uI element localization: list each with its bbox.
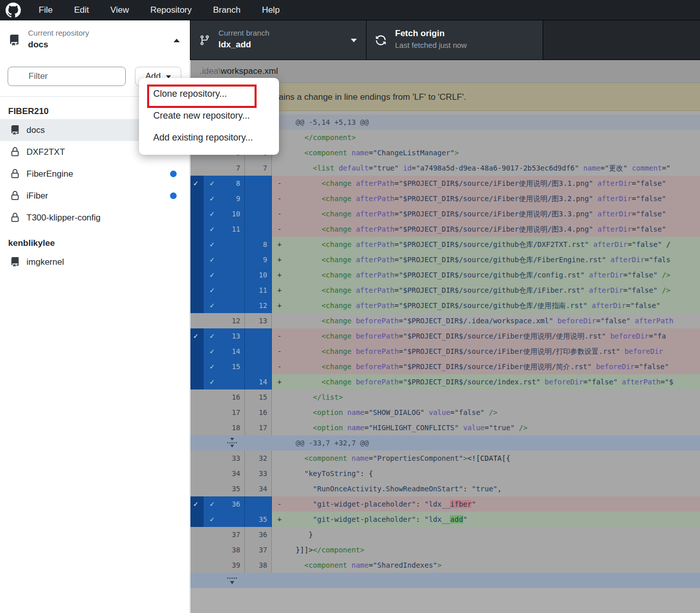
code-line: } xyxy=(287,527,700,542)
add-menu-item[interactable]: Create new repository... xyxy=(139,105,279,127)
code-line: "RunOnceActivity.ShowReadmeOnStart": "tr… xyxy=(287,481,700,496)
hunk-selection-strip[interactable]: ✓ xyxy=(190,496,204,512)
old-line-number-cell: 37 xyxy=(204,527,245,542)
line-checkbox[interactable]: ✓ xyxy=(210,221,214,237)
menu-file[interactable]: File xyxy=(28,0,63,20)
line-checkbox[interactable]: ✓ xyxy=(210,298,214,313)
line-checkbox[interactable]: ✓ xyxy=(210,206,214,221)
menu-repository[interactable]: Repository xyxy=(139,0,202,20)
code-line: <change afterPath="$PROJECT_DIR$/source/… xyxy=(287,267,700,283)
fetch-origin-button[interactable]: Fetch origin Last fetched just now xyxy=(366,20,543,60)
line-checkbox[interactable]: ✓ xyxy=(210,283,214,298)
hunk-selection-strip xyxy=(190,313,204,328)
old-line-number: 38 xyxy=(232,546,244,554)
new-line-number: 8 xyxy=(245,237,272,252)
hunk-selection-strip xyxy=(190,405,204,420)
diff-marker xyxy=(272,405,287,420)
code-line: <component name="ChangeListManager"> xyxy=(287,145,700,160)
hunk-selection-strip[interactable] xyxy=(190,221,204,237)
add-menu-item[interactable]: Clone repository... xyxy=(139,83,279,105)
menu-edit[interactable]: Edit xyxy=(63,0,99,20)
hunk-selection-strip[interactable] xyxy=(190,191,204,206)
toolbar: Current repository docs Current branch l… xyxy=(0,20,700,60)
toolbar-empty-area xyxy=(543,20,700,60)
hunk-selection-strip[interactable]: ✓ xyxy=(190,328,204,344)
hunk-selection-strip[interactable] xyxy=(190,252,204,267)
menu-branch[interactable]: Branch xyxy=(203,0,251,20)
old-line-number-cell: 38 xyxy=(204,542,245,558)
hunk-selection-strip[interactable] xyxy=(190,298,204,313)
diff-row: ✓✓8- <change afterPath="$PROJECT_DIR$/so… xyxy=(190,176,700,191)
hunk-selection-strip[interactable] xyxy=(190,283,204,298)
hunk-selection-strip xyxy=(190,420,204,435)
diff-row: ✓10- <change afterPath="$PROJECT_DIR$/so… xyxy=(190,206,700,221)
expand-down-icon[interactable] xyxy=(226,574,238,587)
diff-row: ✓12+ <change afterPath="$PROJECT_DIR$/so… xyxy=(190,298,700,313)
repo-item-label: DXF2TXT xyxy=(26,147,65,157)
lock-icon xyxy=(10,213,20,222)
repo-item-FiberEngine[interactable]: FiberEngine xyxy=(0,163,189,185)
expand-hunk-icon[interactable] xyxy=(226,437,238,449)
old-line-number-cell: 17 xyxy=(204,405,245,420)
old-line-number-cell xyxy=(204,573,245,588)
line-checkbox[interactable]: ✓ xyxy=(210,344,214,359)
line-checkbox[interactable]: ✓ xyxy=(210,191,214,206)
hunk-selection-strip[interactable] xyxy=(190,237,204,252)
diff-row: ✓11+ <change afterPath="$PROJECT_DIR$/so… xyxy=(190,283,700,298)
new-line-number: 13 xyxy=(245,313,272,328)
current-branch-button[interactable]: Current branch ldx_add xyxy=(190,20,366,60)
code-line: <change beforePath="$PROJECT_DIR$/source… xyxy=(287,374,700,389)
current-branch-value: ldx_add xyxy=(218,40,251,50)
hunk-selection-strip[interactable] xyxy=(190,512,204,527)
line-checkbox[interactable]: ✓ xyxy=(210,374,214,389)
old-line-number: 8 xyxy=(236,179,244,187)
hunk-selection-strip[interactable] xyxy=(190,344,204,359)
old-line-number: 36 xyxy=(232,500,244,508)
menu-help[interactable]: Help xyxy=(251,0,290,20)
filter-input[interactable] xyxy=(8,67,126,86)
repo-item-imgkernel[interactable]: imgkernel xyxy=(0,251,189,273)
line-checkbox[interactable]: ✓ xyxy=(210,328,214,344)
hunk-selection-strip xyxy=(190,160,204,176)
old-line-number: 10 xyxy=(232,210,244,218)
diff-marker xyxy=(272,527,287,542)
hunk-selection-strip[interactable]: ✓ xyxy=(190,176,204,191)
menu-view[interactable]: View xyxy=(100,0,140,20)
repo-item-T300-klipper-config[interactable]: T300-klipper-config xyxy=(0,207,189,229)
diff-marker: + xyxy=(272,252,287,267)
code-line xyxy=(287,573,700,588)
line-checkbox[interactable]: ✓ xyxy=(210,512,214,527)
hunk-selection-strip[interactable] xyxy=(190,206,204,221)
diff-marker: - xyxy=(272,176,287,191)
sync-icon xyxy=(375,35,386,46)
diff-marker: + xyxy=(272,237,287,252)
new-line-number xyxy=(245,359,272,374)
line-checkbox[interactable]: ✓ xyxy=(210,359,214,374)
repo-item-iFiber[interactable]: iFiber xyxy=(0,185,189,207)
old-line-number-cell: ✓36 xyxy=(204,496,245,512)
hunk-selection-strip[interactable] xyxy=(190,374,204,389)
line-checkbox[interactable]: ✓ xyxy=(210,176,214,191)
diff-row: ✓35+ "git-widget-placeholder": "ldx__add… xyxy=(190,512,700,527)
line-checkbox[interactable]: ✓ xyxy=(210,237,214,252)
hunk-selection-strip[interactable] xyxy=(190,359,204,374)
old-line-number: 15 xyxy=(232,363,244,371)
new-line-number xyxy=(245,496,272,512)
code-line: "git-widget-placeholder": "ldx__ifber" xyxy=(287,496,700,512)
diff-row: 1817 <option name="HIGHLIGHT_CONFLICTS" … xyxy=(190,420,700,435)
old-line-number: 34 xyxy=(232,469,244,478)
diff-marker: - xyxy=(272,191,287,206)
add-menu-item[interactable]: Add existing repository... xyxy=(139,127,279,149)
old-line-number-cell: ✓15 xyxy=(204,359,245,374)
hunk-selection-strip[interactable] xyxy=(190,267,204,283)
branch-icon xyxy=(199,35,210,46)
diff-marker xyxy=(272,573,287,588)
diff-row: 3433 "keyToString": { xyxy=(190,466,700,481)
line-checkbox[interactable]: ✓ xyxy=(210,252,214,267)
code-line: <change afterPath="$PROJECT_DIR$/source/… xyxy=(287,206,700,221)
current-repository-button[interactable]: Current repository docs xyxy=(0,20,190,60)
line-checkbox[interactable]: ✓ xyxy=(210,267,214,283)
old-line-number: 35 xyxy=(232,485,244,493)
line-checkbox[interactable]: ✓ xyxy=(210,496,214,512)
old-line-number-cell xyxy=(204,435,245,451)
